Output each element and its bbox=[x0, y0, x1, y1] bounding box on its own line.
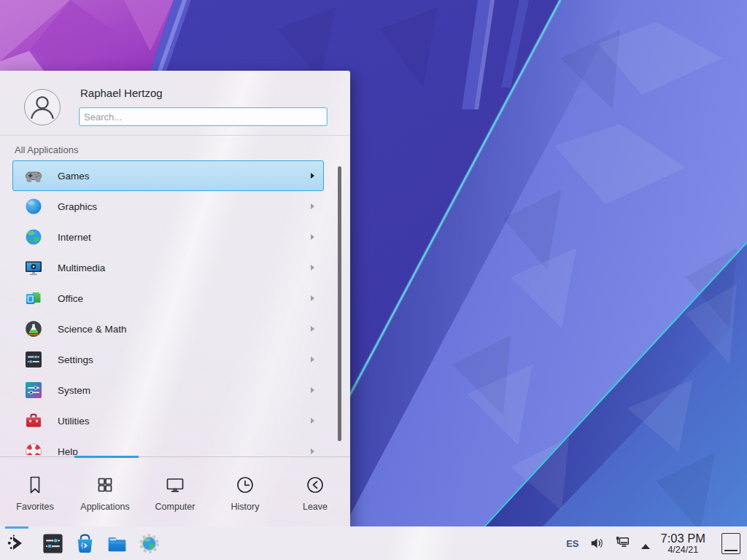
computer-icon bbox=[164, 474, 186, 496]
menu-item-label: System bbox=[58, 385, 311, 396]
submenu-arrow-icon bbox=[311, 234, 314, 240]
sliders-icon bbox=[24, 350, 43, 369]
clock-time: 7:03 PM bbox=[661, 532, 705, 545]
show-desktop-button[interactable] bbox=[721, 533, 740, 554]
scrollbar[interactable] bbox=[338, 166, 341, 441]
submenu-arrow-icon bbox=[311, 448, 314, 454]
submenu-arrow-icon bbox=[311, 295, 314, 301]
menu-item-utilities[interactable]: Utilities bbox=[12, 405, 324, 436]
leave-icon bbox=[304, 474, 326, 496]
tab-label: Computer bbox=[155, 502, 196, 512]
discover-store-icon[interactable] bbox=[74, 532, 96, 555]
user-name: Raphael Hertzog bbox=[80, 87, 163, 99]
tab-label: Leave bbox=[303, 502, 328, 512]
menu-item-multimedia[interactable]: Multimedia bbox=[12, 252, 324, 283]
expand-tray-icon[interactable] bbox=[640, 540, 651, 547]
user-icon bbox=[25, 90, 60, 125]
submenu-arrow-icon bbox=[311, 265, 314, 271]
menu-item-games[interactable]: Games bbox=[12, 160, 324, 191]
tab-label: Favorites bbox=[16, 502, 53, 512]
dolphin-file-manager-icon[interactable] bbox=[106, 532, 128, 555]
menu-item-office[interactable]: Office bbox=[12, 283, 324, 314]
menu-item-science-math[interactable]: Science & Math bbox=[12, 314, 324, 344]
menu-item-system[interactable]: System bbox=[12, 375, 324, 405]
menu-item-label: Multimedia bbox=[58, 262, 311, 273]
tab-applications[interactable]: Applications bbox=[70, 457, 140, 526]
menu-item-label: Utilities bbox=[58, 416, 311, 427]
kde-launcher-icon bbox=[6, 532, 28, 554]
tab-history[interactable]: History bbox=[210, 457, 280, 526]
documents-icon bbox=[24, 289, 43, 308]
media-player-icon bbox=[24, 258, 43, 277]
application-category-list: Games Graphics bbox=[0, 160, 350, 455]
submenu-arrow-icon bbox=[311, 387, 314, 393]
submenu-arrow-icon bbox=[311, 173, 314, 179]
menu-item-internet[interactable]: Internet bbox=[12, 222, 324, 252]
launcher-active-indicator bbox=[5, 526, 28, 529]
submenu-arrow-icon bbox=[311, 357, 314, 362]
menu-item-label: Office bbox=[58, 293, 311, 304]
user-avatar[interactable] bbox=[24, 89, 61, 125]
taskbar: ES 7:03 PM 4/24/21 bbox=[0, 526, 747, 560]
menu-item-settings[interactable]: Settings bbox=[12, 344, 324, 375]
menu-item-label: Graphics bbox=[58, 201, 311, 212]
history-clock-icon bbox=[234, 474, 256, 496]
menu-item-label: Internet bbox=[58, 232, 311, 243]
taskbar-clock[interactable]: 7:03 PM 4/24/21 bbox=[661, 532, 705, 555]
lifebuoy-icon bbox=[24, 442, 43, 455]
launcher-tab-bar: Favorites Applications Computer bbox=[0, 456, 350, 526]
tab-favorites[interactable]: Favorites bbox=[0, 457, 70, 526]
clock-date: 4/24/21 bbox=[661, 545, 705, 555]
paint-sphere-icon bbox=[24, 197, 43, 216]
flask-icon bbox=[24, 319, 43, 338]
toolbox-icon bbox=[24, 411, 43, 430]
application-launcher-menu: Raphael Hertzog All Applications Games bbox=[0, 71, 350, 526]
menu-item-label: Help bbox=[58, 446, 311, 456]
gamepad-icon bbox=[24, 166, 43, 185]
submenu-arrow-icon bbox=[311, 418, 314, 424]
menu-item-help[interactable]: Help bbox=[12, 436, 324, 455]
menu-item-label: Games bbox=[58, 171, 311, 182]
globe-icon bbox=[24, 228, 43, 246]
search-input[interactable] bbox=[79, 107, 328, 126]
tab-label: History bbox=[231, 502, 260, 512]
tab-label: Applications bbox=[80, 502, 129, 512]
taskbar-launcher-button[interactable] bbox=[4, 526, 30, 560]
launcher-header: Raphael Hertzog bbox=[0, 71, 350, 135]
network-icon[interactable] bbox=[615, 535, 631, 551]
section-label: All Applications bbox=[15, 144, 78, 155]
volume-icon[interactable] bbox=[589, 535, 605, 551]
tab-leave[interactable]: Leave bbox=[280, 457, 350, 526]
applications-grid-icon bbox=[94, 474, 116, 496]
menu-item-label: Science & Math bbox=[58, 324, 311, 335]
menu-item-label: Settings bbox=[58, 354, 311, 365]
system-settings-icon[interactable] bbox=[42, 532, 64, 555]
submenu-arrow-icon bbox=[311, 203, 314, 209]
bookmark-icon bbox=[24, 474, 46, 496]
header-separator bbox=[0, 135, 350, 136]
menu-item-graphics[interactable]: Graphics bbox=[12, 191, 324, 222]
system-sliders-icon bbox=[24, 381, 43, 400]
tab-computer[interactable]: Computer bbox=[140, 457, 210, 526]
konqueror-browser-icon[interactable] bbox=[138, 532, 160, 555]
keyboard-layout-indicator[interactable]: ES bbox=[566, 538, 578, 549]
desktop: Raphael Hertzog All Applications Games bbox=[0, 0, 747, 560]
submenu-arrow-icon bbox=[311, 326, 314, 332]
active-tab-indicator bbox=[74, 456, 139, 458]
